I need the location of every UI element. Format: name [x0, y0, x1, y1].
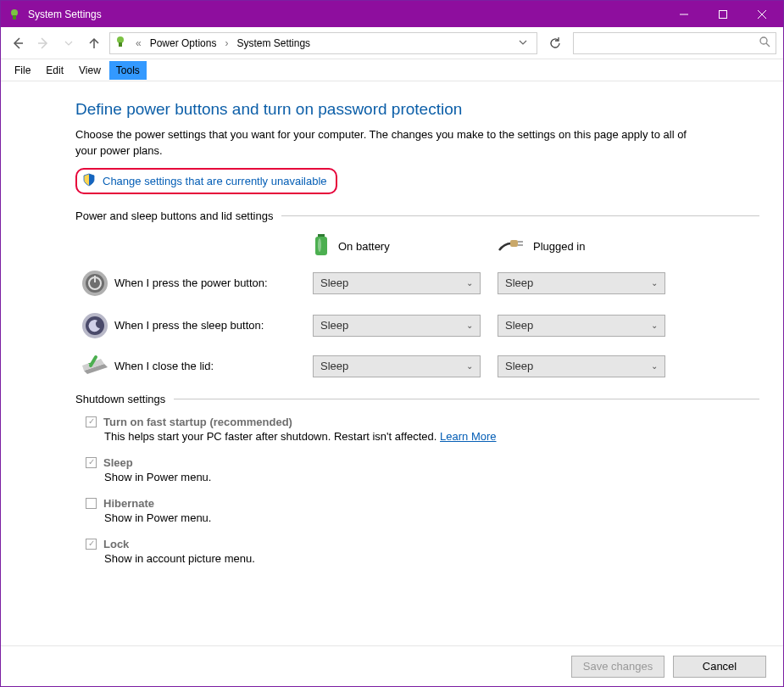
- breadcrumb-ellipsis[interactable]: «: [132, 37, 145, 49]
- svg-point-11: [760, 37, 767, 44]
- lock-label: Lock: [103, 538, 129, 550]
- content-area: Define power buttons and turn on passwor…: [1, 81, 783, 645]
- section-shutdown: Shutdown settings: [75, 393, 759, 405]
- change-settings-link[interactable]: Change settings that are currently unava…: [103, 175, 327, 187]
- fast-startup-checkbox[interactable]: [86, 416, 97, 427]
- hibernate-desc: Show in Power menu.: [104, 511, 759, 524]
- row-close-lid-label: When I close the lid:: [114, 360, 313, 372]
- maximize-button[interactable]: [703, 1, 742, 27]
- section-shutdown-label: Shutdown settings: [75, 393, 165, 405]
- elevated-settings-link-highlight: Change settings that are currently unava…: [75, 168, 337, 194]
- col-on-battery: On battery: [313, 232, 481, 260]
- menu-bar: File Edit View Tools: [1, 59, 783, 81]
- page-heading: Define power buttons and turn on passwor…: [75, 100, 759, 119]
- chevron-down-icon: ⌄: [651, 321, 658, 330]
- laptop-lid-icon: [75, 354, 114, 379]
- column-headers: On battery Plugged in: [313, 232, 759, 260]
- refresh-button[interactable]: [542, 32, 568, 54]
- forward-button[interactable]: [33, 33, 53, 53]
- close-button[interactable]: [742, 1, 781, 27]
- chevron-down-icon: ⌄: [466, 321, 473, 330]
- row-power-button-label: When I press the power button:: [114, 276, 313, 289]
- shutdown-item-fast-startup: Turn on fast startup (recommended) This …: [86, 416, 759, 443]
- section-power-buttons: Power and sleep buttons and lid settings: [75, 209, 759, 222]
- svg-rect-14: [315, 237, 327, 255]
- chevron-down-icon: ⌄: [651, 361, 658, 371]
- power-button-battery-select[interactable]: Sleep⌄: [313, 272, 481, 294]
- footer: Save changes Cancel: [1, 645, 783, 686]
- svg-point-9: [117, 36, 124, 43]
- up-button[interactable]: [84, 33, 104, 53]
- sleep-button-battery-select[interactable]: Sleep⌄: [313, 315, 481, 337]
- app-icon: [8, 8, 21, 21]
- menu-file[interactable]: File: [8, 61, 37, 80]
- menu-edit[interactable]: Edit: [39, 61, 70, 80]
- svg-rect-17: [510, 240, 518, 247]
- shutdown-item-sleep: Sleep Show in Power menu.: [86, 456, 759, 483]
- address-dropdown[interactable]: [513, 37, 533, 49]
- close-lid-battery-select[interactable]: Sleep⌄: [313, 355, 481, 377]
- breadcrumb-power-options[interactable]: Power Options: [150, 37, 217, 49]
- window: System Settings « Power Options › System…: [0, 0, 784, 687]
- hibernate-checkbox[interactable]: [86, 498, 97, 509]
- power-button-plugged-select[interactable]: Sleep⌄: [498, 272, 665, 294]
- row-power-button: When I press the power button: Sleep⌄ Sl…: [75, 269, 759, 298]
- power-button-icon: [75, 269, 114, 298]
- search-input[interactable]: [573, 32, 776, 54]
- chevron-down-icon: ⌄: [466, 278, 473, 288]
- chevron-right-icon: ›: [221, 37, 231, 49]
- hibernate-label: Hibernate: [103, 497, 154, 510]
- fast-startup-desc: This helps start your PC faster after sh…: [104, 430, 440, 443]
- svg-line-12: [766, 43, 770, 47]
- menu-tools[interactable]: Tools: [109, 61, 147, 80]
- chevron-down-icon: ⌄: [466, 361, 473, 371]
- svg-point-16: [318, 238, 321, 252]
- plug-icon: [498, 237, 525, 256]
- cancel-button[interactable]: Cancel: [673, 656, 766, 678]
- svg-rect-3: [720, 10, 727, 18]
- chevron-down-icon: ⌄: [651, 278, 658, 288]
- menu-view[interactable]: View: [72, 61, 108, 80]
- row-sleep-button-label: When I press the sleep button:: [114, 319, 313, 332]
- sleep-label: Sleep: [103, 456, 133, 469]
- back-button[interactable]: [8, 33, 28, 53]
- minimize-button[interactable]: [664, 1, 703, 27]
- shutdown-item-hibernate: Hibernate Show in Power menu.: [86, 497, 759, 524]
- window-title: System Settings: [28, 8, 664, 20]
- col-plugged-in: Plugged in: [498, 232, 665, 260]
- svg-point-0: [11, 9, 18, 16]
- fast-startup-label: Turn on fast startup (recommended): [103, 416, 292, 428]
- location-icon: [114, 35, 127, 51]
- svg-rect-13: [318, 234, 325, 237]
- shield-icon: [82, 173, 96, 189]
- recent-dropdown[interactable]: [58, 33, 79, 53]
- lock-checkbox[interactable]: [86, 539, 97, 550]
- save-changes-button[interactable]: Save changes: [571, 656, 664, 678]
- row-sleep-button: When I press the sleep button: Sleep⌄ Sl…: [75, 311, 759, 340]
- shutdown-item-lock: Lock Show in account picture menu.: [86, 538, 759, 565]
- breadcrumb-system-settings[interactable]: System Settings: [236, 37, 310, 49]
- address-bar[interactable]: « Power Options › System Settings: [109, 32, 537, 54]
- sleep-button-icon: [75, 311, 114, 340]
- row-close-lid: When I close the lid: Sleep⌄ Sleep⌄: [75, 354, 759, 379]
- battery-icon: [313, 232, 330, 260]
- page-description: Choose the power settings that you want …: [75, 127, 703, 159]
- svg-rect-1: [13, 15, 16, 20]
- lock-desc: Show in account picture menu.: [104, 552, 759, 565]
- navigation-bar: « Power Options › System Settings: [1, 27, 783, 59]
- sleep-button-plugged-select[interactable]: Sleep⌄: [498, 315, 665, 337]
- svg-rect-10: [119, 42, 122, 47]
- close-lid-plugged-select[interactable]: Sleep⌄: [498, 355, 665, 377]
- sleep-desc: Show in Power menu.: [104, 471, 759, 483]
- search-icon: [759, 36, 770, 50]
- sleep-checkbox[interactable]: [86, 457, 97, 468]
- learn-more-link[interactable]: Learn More: [440, 430, 496, 443]
- section-power-buttons-label: Power and sleep buttons and lid settings: [75, 209, 273, 222]
- titlebar: System Settings: [1, 1, 783, 27]
